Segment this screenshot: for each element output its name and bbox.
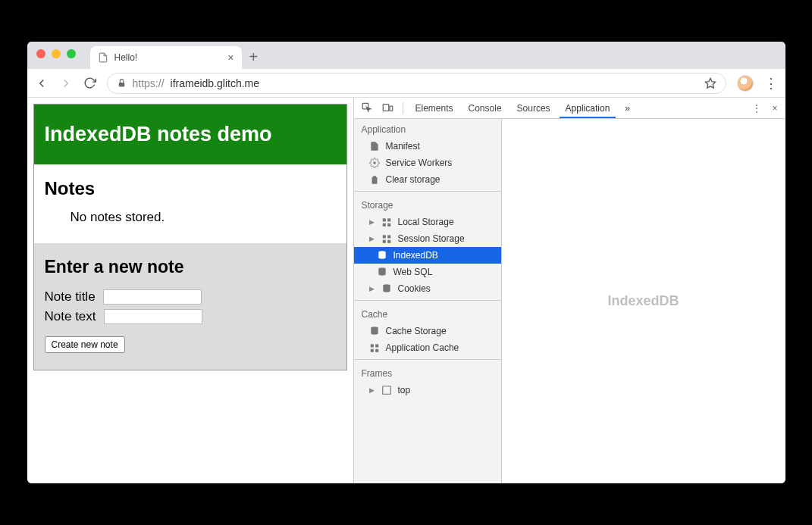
devtools-tabbar: Elements Console Sources Application » ⋮… [354,98,785,119]
note-title-input[interactable] [103,289,202,305]
note-text-label: Note text [45,309,96,324]
url-protocol: https:// [133,77,165,89]
tab-title: Hello! [114,52,138,63]
sidebar-item-local-storage[interactable]: ▶ Local Storage [354,214,501,230]
profile-avatar[interactable] [737,75,754,92]
devtools-tab-console[interactable]: Console [462,98,508,118]
sidebar-section-cache: Cache [354,304,501,323]
page-title: IndexedDB notes demo [34,105,346,164]
sidebar-item-indexeddb[interactable]: IndexedDB [354,247,501,264]
window-zoom-button[interactable] [67,49,76,58]
devtools-close-button[interactable]: × [769,103,780,114]
svg-point-5 [373,161,376,164]
browser-menu-button[interactable]: ⋮ [764,75,778,92]
svg-rect-11 [387,235,390,238]
address-bar[interactable]: https://iframeidb.glitch.me [107,73,726,94]
svg-rect-13 [387,240,390,243]
tab-close-button[interactable]: × [227,52,234,64]
browser-window: Hello! × + https://iframeidb.glitch.me ⋮ [27,42,785,483]
svg-rect-6 [382,218,385,221]
forward-button[interactable] [59,77,73,90]
svg-rect-18 [370,344,373,347]
devtools-tab-elements[interactable]: Elements [409,98,459,118]
svg-rect-3 [383,105,389,111]
inspect-element-icon[interactable] [359,102,376,114]
sidebar-item-service-workers[interactable]: Service Workers [354,155,501,171]
devtools-main-pane: IndexedDB [502,119,785,483]
sidebar-item-application-cache[interactable]: Application Cache [354,339,501,356]
devtools-panel: Elements Console Sources Application » ⋮… [353,98,785,483]
window-close-button[interactable] [36,49,45,58]
bookmark-star-icon[interactable] [704,77,716,89]
new-tab-button[interactable]: + [249,48,259,66]
sidebar-section-application: Application [354,119,501,138]
form-heading: Enter a new note [45,257,336,277]
toolbar: https://iframeidb.glitch.me ⋮ [27,69,785,98]
expand-icon: ▶ [369,235,375,242]
svg-rect-0 [118,83,124,86]
create-note-button[interactable]: Create new note [45,336,125,353]
svg-rect-9 [387,223,390,227]
browser-tab[interactable]: Hello! × [90,46,242,69]
tab-strip: Hello! × + [27,42,785,69]
content-area: IndexedDB notes demo Notes No notes stor… [27,98,785,483]
svg-rect-22 [382,386,390,395]
svg-rect-21 [375,349,378,352]
sidebar-item-cache-storage[interactable]: Cache Storage [354,323,501,339]
expand-icon: ▶ [369,218,375,226]
svg-rect-7 [387,218,390,221]
expand-icon: ▶ [369,285,375,292]
sidebar-item-frame-top[interactable]: ▶ top [354,382,501,398]
sidebar-section-frames: Frames [354,363,501,382]
svg-rect-19 [375,344,378,347]
demo-app: IndexedDB notes demo Notes No notes stor… [33,104,347,370]
notes-heading: Notes [45,178,336,199]
notes-empty-message: No notes stored. [71,210,336,225]
lock-icon [117,78,127,88]
svg-rect-20 [370,349,373,352]
url-host: iframeidb.glitch.me [171,77,260,89]
devtools-tab-application[interactable]: Application [560,98,616,118]
sidebar-item-clear-storage[interactable]: Clear storage [354,171,501,188]
svg-rect-8 [382,223,385,227]
page-icon [98,52,108,63]
sidebar-section-storage: Storage [354,195,501,214]
devtools-menu-button[interactable]: ⋮ [749,103,764,114]
svg-rect-10 [382,235,385,238]
device-toolbar-icon[interactable] [379,102,397,114]
svg-rect-12 [382,240,385,243]
sidebar-item-cookies[interactable]: ▶ Cookies [354,280,501,297]
application-sidebar: Application Manifest Service Workers Cle… [354,119,502,483]
new-note-form: Enter a new note Note title Note text Cr… [34,243,346,370]
sidebar-item-session-storage[interactable]: ▶ Session Storage [354,230,501,247]
svg-marker-1 [705,78,715,88]
sidebar-item-manifest[interactable]: Manifest [354,138,501,155]
reload-button[interactable] [83,77,96,89]
window-minimize-button[interactable] [52,49,61,58]
window-controls [36,49,76,58]
main-pane-placeholder: IndexedDB [607,293,679,309]
page-viewport: IndexedDB notes demo Notes No notes stor… [27,98,353,483]
note-text-input[interactable] [104,309,202,324]
svg-rect-4 [390,106,393,111]
expand-icon: ▶ [369,386,375,394]
note-title-label: Note title [45,289,96,305]
devtools-tab-sources[interactable]: Sources [511,98,556,118]
sidebar-item-web-sql[interactable]: Web SQL [354,264,501,280]
devtools-tabs-overflow[interactable]: » [619,98,636,118]
back-button[interactable] [35,77,49,90]
